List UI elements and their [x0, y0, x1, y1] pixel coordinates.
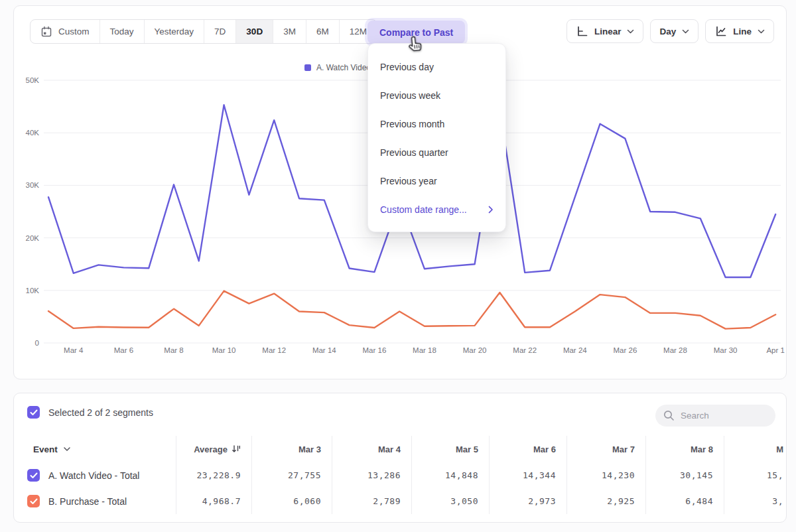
header-label: M — [776, 444, 783, 454]
compare-to-past-button[interactable]: Compare to Past — [367, 21, 465, 44]
y-axis-label: 40K — [26, 129, 40, 137]
column-header-mar9-partial[interactable]: M — [724, 436, 787, 462]
line-chart-icon — [714, 25, 727, 37]
row-checkbox-watch-video[interactable] — [27, 469, 40, 482]
y-axis-label: 20K — [26, 234, 40, 242]
cell-mar8: 6,484 — [645, 488, 724, 514]
row-label: A. Watch Video - Total — [48, 470, 139, 481]
cell-mar4: 2,789 — [332, 488, 411, 514]
range-label: 6M — [316, 27, 329, 36]
chart-card: Custom Today Yesterday 7D 30D 3M 6M 12M … — [13, 5, 787, 379]
header-label: Event — [33, 444, 58, 454]
menu-item-previous-day[interactable]: Previous day — [368, 52, 505, 81]
x-axis-label: Mar 4 — [64, 346, 84, 354]
column-header-mar7[interactable]: Mar 7 — [566, 436, 645, 462]
x-axis-label: Mar 8 — [164, 346, 183, 354]
chart-toolbar: Custom Today Yesterday 7D 30D 3M 6M 12M … — [14, 6, 786, 48]
x-axis-label: Mar 20 — [463, 346, 487, 354]
menu-item-previous-quarter[interactable]: Previous quarter — [368, 138, 505, 166]
range-custom-button[interactable]: Custom — [31, 20, 100, 43]
x-axis-label: Mar 14 — [312, 346, 336, 354]
check-icon — [30, 498, 38, 505]
menu-item-custom-date-range[interactable]: Custom date range... — [368, 195, 505, 224]
custom-date-range-label: Custom date range... — [380, 204, 467, 215]
column-header-mar8[interactable]: Mar 8 — [645, 436, 724, 462]
selected-segments-label: Selected 2 of 2 segments — [48, 407, 153, 418]
header-label: Mar 3 — [298, 444, 321, 454]
cell-mar9-partial: 3, — [724, 488, 787, 514]
range-today-button[interactable]: Today — [100, 20, 144, 43]
range-yesterday-button[interactable]: Yesterday — [144, 20, 204, 43]
range-label: 3M — [283, 27, 296, 36]
x-axis-label: Mar 10 — [212, 346, 236, 354]
range-label: 7D — [214, 27, 226, 36]
column-header-mar4[interactable]: Mar 4 — [332, 436, 411, 462]
column-header-mar5[interactable]: Mar 5 — [411, 436, 489, 462]
cell-mar3: 27,755 — [251, 462, 332, 488]
date-range-segmented-control: Custom Today Yesterday 7D 30D 3M 6M 12M — [30, 19, 377, 44]
x-axis-label: Mar 6 — [114, 346, 133, 354]
segments-search-box[interactable] — [655, 405, 775, 427]
x-axis-label: Mar 12 — [262, 346, 286, 354]
segments-header: Selected 2 of 2 segments — [14, 393, 786, 436]
cell-mar3: 6,060 — [251, 488, 332, 514]
column-header-mar6[interactable]: Mar 6 — [489, 436, 566, 462]
x-axis-label: Mar 26 — [614, 346, 637, 354]
range-3m-button[interactable]: 3M — [273, 20, 306, 43]
series-line-b-purchase — [48, 291, 775, 329]
x-axis-label: Mar 22 — [513, 346, 537, 354]
chart-type-dropdown-button[interactable]: Line — [705, 19, 774, 43]
cell-mar5: 3,050 — [411, 488, 489, 514]
column-header-average[interactable]: Average — [176, 436, 251, 462]
y-axis-label: 0 — [35, 339, 39, 347]
row-checkbox-purchase[interactable] — [27, 495, 40, 507]
range-label: Custom — [58, 27, 90, 36]
menu-item-previous-year[interactable]: Previous year — [368, 166, 505, 195]
range-label: 12M — [350, 27, 367, 36]
range-label: Today — [110, 27, 134, 36]
chevron-right-icon — [488, 206, 494, 214]
linear-axis-icon — [576, 25, 588, 37]
chevron-down-icon — [627, 29, 634, 34]
legend-item-watch-video[interactable]: A. Watch Video — [304, 63, 371, 72]
y-axis-label: 30K — [26, 181, 40, 189]
select-all-checkbox[interactable] — [27, 406, 40, 419]
menu-item-previous-week[interactable]: Previous week — [368, 81, 505, 109]
table-row-purchase[interactable]: B. Purchase - Total — [14, 488, 176, 514]
compare-dropdown-menu: Previous day Previous week Previous mont… — [367, 43, 506, 232]
segments-card: Selected 2 of 2 segments Event Average M… — [13, 393, 787, 523]
cell-mar7: 2,925 — [566, 488, 645, 514]
header-label: Mar 6 — [533, 444, 556, 454]
x-axis-label: Mar 16 — [363, 346, 387, 354]
cell-mar8: 30,145 — [645, 462, 724, 488]
header-label: Average — [194, 444, 228, 454]
chevron-down-icon — [682, 29, 689, 34]
column-header-event[interactable]: Event — [14, 436, 176, 462]
cell-mar9-partial: 15, — [724, 462, 787, 488]
header-label: Mar 7 — [612, 444, 635, 454]
legend-label: A. Watch Video — [316, 63, 371, 72]
table-row-watch-video[interactable]: A. Watch Video - Total — [14, 462, 176, 488]
cell-average: 23,228.9 — [176, 462, 251, 488]
x-axis-label: Mar 18 — [413, 346, 436, 354]
range-7d-button[interactable]: 7D — [204, 20, 235, 43]
menu-item-previous-month[interactable]: Previous month — [368, 109, 505, 138]
chart-display-controls: Linear Day Line — [566, 19, 774, 43]
segments-table: Event Average Mar 3 Mar 4 Mar 5 Mar 6 Ma… — [14, 436, 787, 514]
scale-dropdown-button[interactable]: Linear — [566, 19, 644, 43]
range-30d-button[interactable]: 30D — [235, 20, 273, 43]
range-6m-button[interactable]: 6M — [306, 20, 339, 43]
cell-mar6: 14,344 — [489, 462, 566, 488]
search-input[interactable] — [681, 411, 767, 421]
legend-swatch-purple — [304, 64, 311, 71]
chart-type-label: Line — [733, 27, 752, 36]
header-label: Mar 4 — [378, 444, 401, 454]
header-label: Mar 8 — [691, 444, 713, 454]
x-axis-label: Mar 30 — [714, 346, 738, 354]
y-axis-label: 50K — [26, 76, 40, 84]
interval-label: Day — [659, 27, 676, 36]
column-header-mar3[interactable]: Mar 3 — [251, 436, 332, 462]
interval-dropdown-button[interactable]: Day — [650, 19, 698, 43]
cell-mar6: 2,973 — [489, 488, 566, 514]
range-label: 30D — [246, 27, 263, 36]
